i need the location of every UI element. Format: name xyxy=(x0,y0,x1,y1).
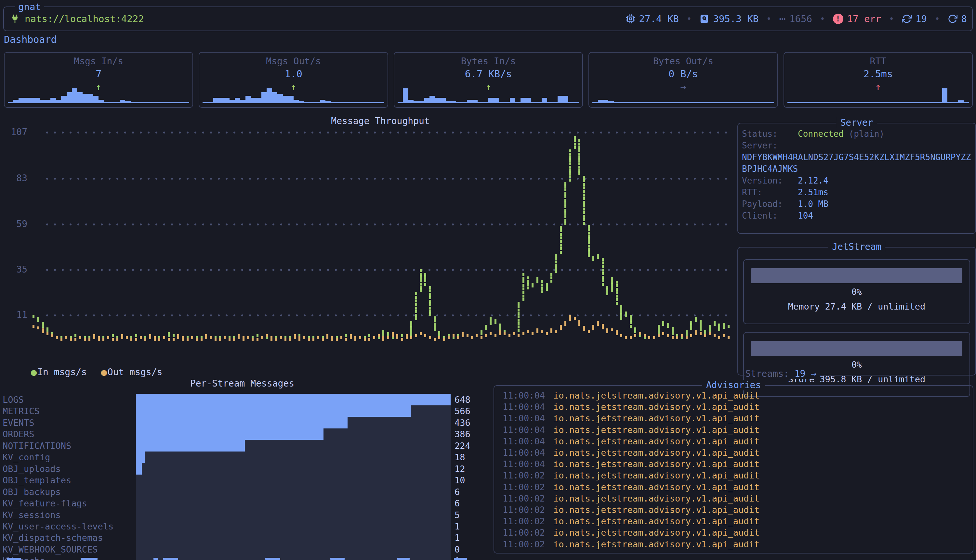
stream-value: 386 xyxy=(455,429,470,439)
stream-bar xyxy=(136,405,411,417)
stat-separator: • xyxy=(687,14,692,24)
stream-label: KV_config xyxy=(3,452,50,462)
server-payload-row: Payload:1.0 MB xyxy=(742,198,972,210)
alert-icon: ! xyxy=(833,13,843,24)
header-stats: 27.4 KB•395.3 KB•⋯1656•!17 err•19•8 xyxy=(625,7,967,30)
stat-separator: • xyxy=(766,14,772,24)
legend-dot-icon: ● xyxy=(31,367,37,378)
card-title: RTT xyxy=(784,56,972,67)
stream-value: 224 xyxy=(455,441,470,451)
stream-bar xyxy=(136,440,245,452)
memory-gauge: 0% Memory 27.4 KB / unlimited xyxy=(743,259,970,324)
header-panel: gnat nats://localhost:4222 27.4 KB•395.3… xyxy=(3,7,973,31)
card-sparkline xyxy=(398,85,579,103)
stream-bar xyxy=(136,417,348,428)
stream-value: 10 xyxy=(455,475,465,485)
server-client-row: Client:104 xyxy=(742,210,972,222)
stat-separator: • xyxy=(820,14,825,24)
stream-value: 12 xyxy=(455,464,465,474)
stream-value: 1 xyxy=(455,521,460,532)
server-panel: Server Status:Connected (plain) Server: … xyxy=(737,123,976,234)
advisory-row: 11:00:04io.nats.jetstream.advisory.v1.ap… xyxy=(503,436,759,446)
y-axis-label: 35 xyxy=(5,264,27,275)
server-panel-title: Server xyxy=(836,117,877,128)
stream-label: METRICS xyxy=(3,406,40,416)
stream-value: 648 xyxy=(455,395,470,405)
card-title: Msgs In/s xyxy=(5,56,192,67)
stream-label: OBJ_uploads xyxy=(3,464,61,474)
advisory-row: 11:00:04io.nats.jetstream.advisory.v1.ap… xyxy=(503,390,759,400)
advisory-row: 11:00:04io.nats.jetstream.advisory.v1.ap… xyxy=(503,425,759,435)
alert-icon: ! xyxy=(833,13,843,24)
stream-label: NOTIFICATIONS xyxy=(3,441,71,451)
legend-item: ●In msgs/s xyxy=(31,367,87,378)
advisory-row: 11:00:02io.nats.jetstream.advisory.v1.ap… xyxy=(503,516,759,526)
card-value: 7 xyxy=(5,68,192,80)
card-title: Bytes Out/s xyxy=(589,56,777,67)
stream-value: 5 xyxy=(455,510,460,520)
status-value: Connected xyxy=(798,129,844,139)
advisory-row: 11:00:02io.nats.jetstream.advisory.v1.ap… xyxy=(503,505,759,515)
stream-value: 18 xyxy=(455,452,465,462)
connection-info: nats://localhost:4222 xyxy=(10,7,144,30)
dots-icon: ⋯ xyxy=(779,13,785,24)
advisory-row: 11:00:02io.nats.jetstream.advisory.v1.ap… xyxy=(503,539,759,549)
advisory-row: 11:00:04io.nats.jetstream.advisory.v1.ap… xyxy=(503,413,759,423)
right-arrow-icon: → xyxy=(811,368,816,379)
per-stream-title: Per-Stream Messages xyxy=(0,378,485,389)
legend-item: ●Out msgs/s xyxy=(101,367,162,378)
header-stat-cpu: 27.4 KB xyxy=(625,13,679,24)
stat-card-rtt: RTT2.5ms↑ xyxy=(784,52,973,108)
stat-separator: • xyxy=(935,14,940,24)
advisory-row: 11:00:04io.nats.jetstream.advisory.v1.ap… xyxy=(503,448,759,458)
stream-value: 566 xyxy=(455,406,470,416)
stream-label: OBJ_templates xyxy=(3,475,71,485)
stat-card-msgs-out-s: Msgs Out/s1.0↑ xyxy=(199,52,388,108)
header-stat-sync: 19 xyxy=(902,13,927,24)
stream-label: KV_user-access-levels xyxy=(3,521,114,532)
server-url: nats://localhost:4222 xyxy=(25,13,144,24)
server-version-row: Version:2.12.4 xyxy=(742,175,972,187)
streams-link[interactable]: Streams: 19 → xyxy=(745,368,820,379)
advisory-row: 11:00:04io.nats.jetstream.advisory.v1.ap… xyxy=(503,402,759,412)
disk-icon xyxy=(699,14,709,24)
cpu-icon xyxy=(625,14,635,24)
stat-separator: • xyxy=(889,14,894,24)
stat-cards-row: Msgs In/s7↑Msgs Out/s1.0↑Bytes In/s6.7 K… xyxy=(4,52,973,108)
stat-card-bytes-in-s: Bytes In/s6.7 KB/s↑ xyxy=(394,52,583,108)
stream-bar xyxy=(136,428,324,440)
gnat-dashboard: gnat nats://localhost:4222 27.4 KB•395.3… xyxy=(0,0,976,560)
throughput-title: Message Throughput xyxy=(31,116,730,127)
stream-value: 0 xyxy=(455,544,460,555)
card-value: 1.0 xyxy=(199,68,387,80)
stream-label: OBJ_backups xyxy=(3,487,61,497)
advisory-row: 11:00:04io.nats.jetstream.advisory.v1.ap… xyxy=(503,459,759,469)
stream-label: ORDERS xyxy=(3,429,35,439)
stream-value: 436 xyxy=(455,418,470,428)
card-title: Bytes In/s xyxy=(394,56,582,67)
throughput-chart xyxy=(31,127,730,348)
stream-bar xyxy=(136,394,451,405)
header-stat-disk: 395.3 KB xyxy=(699,13,759,24)
sync-icon xyxy=(902,14,912,24)
refresh-icon xyxy=(948,14,958,24)
stream-label: KV_dispatch-schemas xyxy=(3,533,103,543)
store-gauge-bar xyxy=(751,341,963,356)
y-axis-label: 59 xyxy=(5,218,27,229)
stream-value: 6 xyxy=(455,498,460,508)
stream-label: KV_WEBHOOK_SOURCES xyxy=(3,544,98,555)
advisories-panel: Advisories 11:00:04io.nats.jetstream.adv… xyxy=(493,385,973,553)
stream-bar xyxy=(136,451,145,463)
tab-dashboard[interactable]: Dashboard xyxy=(4,34,57,45)
y-axis-label: 107 xyxy=(5,127,27,137)
advisory-row: 11:00:02io.nats.jetstream.advisory.v1.ap… xyxy=(503,482,759,492)
stat-card-bytes-out-s: Bytes Out/s0 B/s→ xyxy=(588,52,778,108)
stream-label: LOGS xyxy=(3,395,24,405)
advisory-row: 11:00:02io.nats.jetstream.advisory.v1.ap… xyxy=(503,528,759,538)
stream-label: EVENTS xyxy=(3,418,35,428)
server-id-label: Server: xyxy=(742,140,972,152)
stream-value: 6 xyxy=(455,487,460,497)
stream-bar xyxy=(136,463,142,475)
card-title: Msgs Out/s xyxy=(199,56,387,67)
memory-gauge-bar xyxy=(751,268,963,283)
